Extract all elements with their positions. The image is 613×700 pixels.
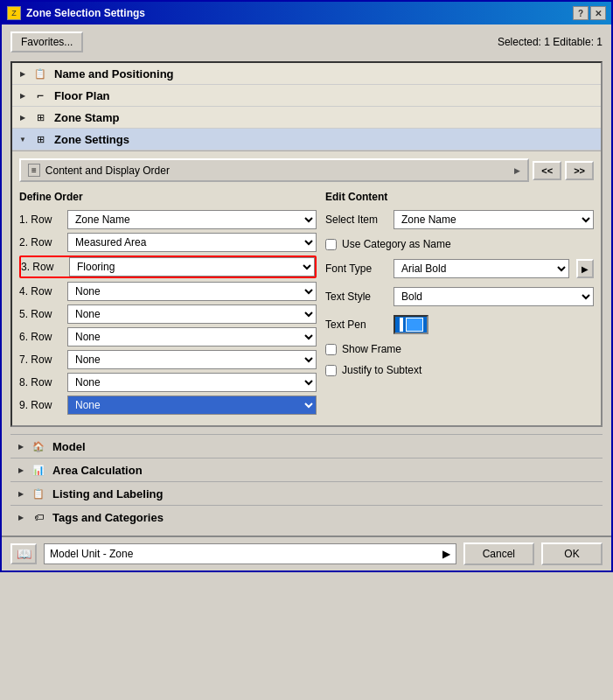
expand-icon-settings: ▼ xyxy=(17,134,28,144)
row-4-select[interactable]: Zone Name Measured Area Flooring None xyxy=(67,282,317,301)
font-type-label: Font Type xyxy=(325,262,387,275)
font-type-select[interactable]: Arial Bold xyxy=(394,259,569,278)
content-arrow: ▶ xyxy=(514,166,520,175)
row-6-select[interactable]: None xyxy=(67,327,317,346)
dialog-zone-selection: Z Zone Selection Settings ? ✕ Favorites.… xyxy=(0,0,613,572)
cancel-button[interactable]: Cancel xyxy=(463,542,534,565)
section-icon-stamp: ⊞ xyxy=(31,110,49,124)
footer: 📖 Model Unit - Zone ▶ Cancel OK xyxy=(2,536,611,570)
edit-content-section: Select Item Zone Name Measured Area Floo… xyxy=(325,210,594,380)
section-listing[interactable]: ▶ 📋 Listing and Labeling xyxy=(10,481,603,505)
expand-icon-stamp: ▶ xyxy=(17,112,28,122)
select-item-wrapper: Zone Name Measured Area Flooring xyxy=(394,210,594,229)
content-icon: ≡ xyxy=(28,164,40,177)
section-label-listing: Listing and Labeling xyxy=(52,487,163,500)
row-7: 7. Row None xyxy=(19,350,317,369)
footer-arrow: ▶ xyxy=(442,548,450,560)
row-2: 2. Row Zone Name Measured Area Flooring … xyxy=(19,233,317,252)
text-style-label: Text Style xyxy=(325,290,387,303)
footer-dropdown[interactable]: Model Unit - Zone ▶ xyxy=(44,543,456,564)
row-1-select[interactable]: Zone Name Measured Area Flooring None xyxy=(67,210,317,229)
section-tags[interactable]: ▶ 🏷 Tags and Categories xyxy=(10,505,603,528)
section-label-stamp: Zone Stamp xyxy=(54,111,119,124)
show-frame-checkbox[interactable] xyxy=(325,344,337,355)
section-icon-name: 📋 xyxy=(31,66,49,80)
footer-icon[interactable]: 📖 xyxy=(10,543,37,564)
text-pen-label: Text Pen xyxy=(325,318,387,331)
row-6-label: 6. Row xyxy=(19,331,67,343)
row-9-select[interactable]: None xyxy=(67,396,317,415)
justify-checkbox[interactable] xyxy=(325,365,337,376)
font-type-wrapper: Arial Bold xyxy=(394,259,569,278)
row-3: 3. Row Zone Name Measured Area Flooring … xyxy=(19,256,317,278)
ok-button[interactable]: OK xyxy=(541,542,603,565)
row-5: 5. Row None xyxy=(19,304,317,324)
row-8: 8. Row None xyxy=(19,373,317,392)
row-8-select-wrapper: None xyxy=(67,373,317,392)
expand-icon-tags: ▶ xyxy=(16,512,26,522)
zone-settings-content: ≡ Content and Display Order ▶ << >> Defi… xyxy=(12,150,601,425)
row-7-select-wrapper: None xyxy=(67,350,317,369)
row-7-label: 7. Row xyxy=(19,354,67,366)
section-label-area: Area Calculation xyxy=(52,464,143,477)
row-9: 9. Row None xyxy=(19,396,317,415)
use-category-checkbox[interactable] xyxy=(325,239,337,250)
row-6-select-wrapper: None xyxy=(67,327,317,346)
justify-label: Justify to Subtext xyxy=(342,364,421,376)
section-zone-settings[interactable]: ▼ ⊞ Zone Settings xyxy=(12,129,601,150)
row-1-select-wrapper: Zone Name Measured Area Flooring None xyxy=(67,210,317,229)
show-frame-row: Show Frame xyxy=(325,343,594,355)
section-label-tags: Tags and Categories xyxy=(52,511,164,524)
row-5-select[interactable]: None xyxy=(67,304,317,324)
section-icon-tags: 🏷 xyxy=(30,510,47,524)
text-style-select[interactable]: Bold Regular Italic Bold Italic xyxy=(394,287,594,306)
section-list: ▶ 📋 Name and Positioning ▶ ⌐ Floor Plan … xyxy=(10,61,603,427)
use-category-label: Use Category as Name xyxy=(342,238,451,250)
next-button[interactable]: >> xyxy=(565,161,594,180)
row-1: 1. Row Zone Name Measured Area Flooring … xyxy=(19,210,317,229)
help-button[interactable]: ? xyxy=(573,6,589,20)
expand-icon-area: ▶ xyxy=(16,465,26,475)
text-pen-button[interactable] xyxy=(394,315,428,334)
row-2-select-wrapper: Zone Name Measured Area Flooring None xyxy=(67,233,317,252)
title-buttons: ? ✕ xyxy=(573,6,606,20)
section-label-name: Name and Positioning xyxy=(54,67,174,80)
row-9-select-wrapper: None xyxy=(67,396,317,415)
content-display-dropdown[interactable]: ≡ Content and Display Order ▶ xyxy=(19,158,529,182)
row-8-select[interactable]: None xyxy=(67,373,317,392)
bottom-sections: ▶ 🏠 Model ▶ 📊 Area Calculation ▶ 📋 Listi… xyxy=(10,434,603,528)
row-3-label: 3. Row xyxy=(21,261,69,273)
dialog-icon: Z xyxy=(7,6,21,20)
text-pen-row: Text Pen xyxy=(325,315,594,334)
dialog-body: Favorites... Selected: 1 Editable: 1 ▶ 📋… xyxy=(2,24,611,536)
section-name-positioning[interactable]: ▶ 📋 Name and Positioning xyxy=(12,63,601,85)
select-item-label: Select Item xyxy=(325,214,387,226)
show-frame-label: Show Frame xyxy=(342,343,401,355)
row-5-select-wrapper: None xyxy=(67,304,317,324)
section-floor-plan[interactable]: ▶ ⌐ Floor Plan xyxy=(12,85,601,107)
two-col-layout: Define Order 1. Row Zone Name Measured A… xyxy=(19,191,594,418)
text-style-wrapper: Bold Regular Italic Bold Italic xyxy=(394,287,594,306)
select-item-select[interactable]: Zone Name Measured Area Flooring xyxy=(394,210,594,229)
pen-color-swatch xyxy=(406,318,423,332)
section-model[interactable]: ▶ 🏠 Model xyxy=(10,434,603,458)
expand-icon-name: ▶ xyxy=(17,68,28,79)
row-4-select-wrapper: Zone Name Measured Area Flooring None xyxy=(67,282,317,301)
section-zone-stamp[interactable]: ▶ ⊞ Zone Stamp xyxy=(12,107,601,129)
row-7-select[interactable]: None xyxy=(67,350,317,369)
row-5-label: 5. Row xyxy=(19,308,67,320)
section-icon-model: 🏠 xyxy=(30,439,47,453)
section-area-calc[interactable]: ▶ 📊 Area Calculation xyxy=(10,458,603,481)
font-browse-button[interactable]: ▶ xyxy=(576,259,594,278)
row-4-label: 4. Row xyxy=(19,285,67,298)
section-icon-area: 📊 xyxy=(30,463,47,477)
content-display-bar: ≡ Content and Display Order ▶ << >> xyxy=(19,158,594,182)
define-order-header: Define Order xyxy=(19,191,317,203)
prev-button[interactable]: << xyxy=(533,161,561,180)
close-button[interactable]: ✕ xyxy=(590,6,606,20)
row-2-select[interactable]: Zone Name Measured Area Flooring None xyxy=(67,233,317,252)
select-item-row: Select Item Zone Name Measured Area Floo… xyxy=(325,210,594,229)
favorites-button[interactable]: Favorites... xyxy=(10,32,83,52)
edit-content-header: Edit Content xyxy=(325,191,594,203)
row-3-select[interactable]: Zone Name Measured Area Flooring None xyxy=(69,257,315,276)
